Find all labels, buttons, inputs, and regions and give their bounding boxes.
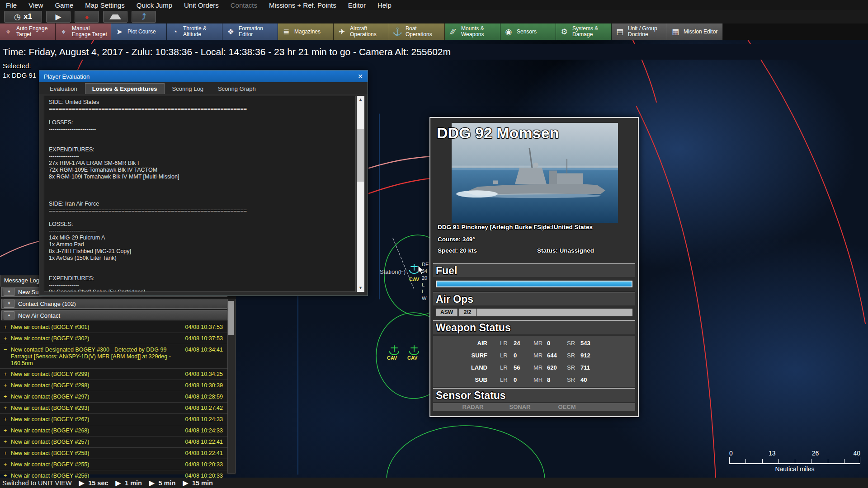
map-display-button[interactable]	[103, 11, 127, 23]
scroll-down-icon[interactable]: ▼	[357, 284, 364, 292]
toolbar-button[interactable]: ≣ Magazines	[278, 23, 334, 40]
menu-item[interactable]: Help	[372, 1, 397, 9]
menu-item[interactable]: Quick Jump	[131, 1, 178, 9]
expand-icon[interactable]: +	[4, 405, 7, 412]
toolbar-button[interactable]: ⌖ Manual Engage Target	[56, 23, 111, 40]
menu-item[interactable]: Contacts	[225, 1, 263, 9]
toolbar-button[interactable]: ⚓ Boat Operations	[389, 23, 445, 40]
toolbar-button[interactable]: ❖ Formation Editor	[222, 23, 278, 40]
content-line: ========================================…	[49, 207, 351, 214]
message-row[interactable]: + New air contact (BOGEY #268) 04/08 10:…	[0, 425, 227, 436]
message-row[interactable]: + New air contact (BOGEY #255) 04/08 10:…	[0, 459, 227, 470]
unit-side: Side: United States	[537, 224, 593, 230]
mr-value: 0	[547, 340, 567, 347]
message-row[interactable]: + New air contact (BOGEY #301) 04/08 10:…	[0, 322, 227, 333]
unit-course: Course: 349°	[438, 236, 475, 243]
scrollbar-thumb[interactable]	[228, 301, 234, 335]
menu-item[interactable]: Game	[49, 1, 79, 9]
dialog-tab[interactable]: Scoring Graph	[211, 84, 263, 94]
expand-icon[interactable]: +	[4, 371, 7, 378]
scroll-up-icon[interactable]: ▲	[357, 96, 364, 103]
toolbar-button-icon: ▦	[670, 29, 681, 35]
expand-icon[interactable]: +	[4, 335, 7, 342]
unit-label-cav[interactable]: CAV	[407, 355, 417, 361]
message-row[interactable]: + New air contact (BOGEY #257) 04/08 10:…	[0, 436, 227, 448]
message-row[interactable]: + New air contact (BOGEY #299) 04/08 10:…	[0, 369, 227, 380]
menu-item[interactable]: Missions + Ref. Points	[263, 1, 342, 9]
toolbar-button[interactable]: ▤ Unit / Group Doctrine	[612, 23, 667, 40]
airops-ready-chip: 2/2	[458, 309, 476, 316]
content-line	[49, 214, 351, 221]
message-row[interactable]: + New air contact (BOGEY #297) 04/08 10:…	[0, 391, 227, 403]
dialog-tab[interactable]: Scoring Log	[165, 84, 210, 94]
expand-icon[interactable]: +	[4, 439, 7, 446]
message-row[interactable]: + New air contact (BOGEY #298) 04/08 10:…	[0, 380, 227, 391]
dialog-scrollbar[interactable]: ▲ ▼	[357, 96, 364, 292]
dialog-tab[interactable]: Evaluation	[43, 84, 84, 94]
message-group-label: Contact Change (102)	[18, 300, 76, 307]
chevron-toggle-icon[interactable]: ▼	[4, 300, 14, 308]
message-timestamp: 04/08 10:37:53	[185, 324, 223, 331]
expand-icon[interactable]: +	[4, 324, 7, 331]
expand-icon[interactable]: +	[4, 394, 7, 400]
record-button[interactable]: ●	[75, 11, 99, 23]
play-button[interactable]: ▶	[46, 11, 71, 23]
toolbar-button[interactable]: ➤ Plot Course	[111, 23, 167, 40]
toolbar-button[interactable]: ◔ Throttle & Altitude	[167, 23, 222, 40]
dialog-title-bar[interactable]: Player Evaluation ✕	[39, 70, 368, 82]
dialog-tab[interactable]: Losses & Expenditures	[85, 83, 165, 94]
toolbar-button[interactable]: ∕∕∕ Mounts & Weapons	[445, 23, 500, 40]
message-group-row[interactable]: ▼ Contact Change (102)	[1, 299, 227, 309]
toolbar-button[interactable]: ▦ Mission Editor	[667, 23, 723, 40]
time-step-label: 15 min	[192, 479, 213, 487]
toolbar-button[interactable]: ◉ Sensors	[500, 23, 556, 40]
unit-label-cav[interactable]: CAV	[409, 277, 419, 282]
time-step-button[interactable]: ▶ 15 sec	[79, 479, 108, 487]
message-text: New air contact (BOGEY #302)	[11, 335, 89, 342]
chevron-toggle-icon[interactable]: ▲	[4, 311, 14, 319]
datablock-line: 20	[422, 275, 429, 282]
message-log-tab[interactable]: Message Log	[0, 275, 42, 286]
toolbar-button[interactable]: ✈ Aircraft Operations	[334, 23, 389, 40]
message-row[interactable]: + New air contact (BOGEY #258) 04/08 10:…	[0, 448, 227, 459]
time-step-button[interactable]: ▶ 1 min	[116, 479, 142, 487]
message-row[interactable]: + New air contact (BOGEY #267) 04/08 10:…	[0, 414, 227, 425]
menu-item[interactable]: View	[23, 1, 49, 9]
fuel-section-header: Fuel	[433, 263, 635, 277]
time-step-button[interactable]: ▶ 5 min	[149, 479, 175, 487]
message-row[interactable]: + New air contact (BOGEY #302) 04/08 10:…	[0, 333, 227, 344]
time-compression-button[interactable]: ◷ x1	[4, 11, 42, 23]
toolbar-button[interactable]: ⚙ Systems & Damage	[556, 23, 612, 40]
expand-icon[interactable]: +	[4, 461, 7, 468]
toolbar-button-icon: ◔	[169, 29, 181, 35]
content-line: 27x RIM-174A ERAM SM-6MR Blk I	[49, 160, 351, 167]
menu-item[interactable]: File	[0, 1, 23, 9]
lr-column-label: LR	[500, 352, 511, 359]
expand-icon[interactable]: −	[4, 347, 7, 353]
menu-item[interactable]: Unit Orders	[178, 1, 225, 9]
toolbar-button-icon: ⌖	[58, 29, 70, 35]
selected-value: 1x DDG 91	[3, 71, 36, 79]
menu-item[interactable]: Editor	[342, 1, 372, 9]
toolbar-button[interactable]: ⌖ Auto Engage Target	[0, 23, 56, 40]
expand-icon[interactable]: +	[4, 450, 7, 457]
jump-button[interactable]: ⤴	[132, 11, 156, 23]
scrollbar-thumb[interactable]	[357, 129, 364, 182]
expand-icon[interactable]: +	[4, 416, 7, 423]
fuel-fill	[437, 282, 632, 286]
message-group-row[interactable]: ▲ New Air Contact	[1, 310, 227, 320]
datablock-line: W	[422, 295, 429, 302]
time-step-button[interactable]: ▶ 15 min	[183, 479, 212, 487]
expand-icon[interactable]: +	[4, 382, 7, 389]
menu-item[interactable]: Map Settings	[79, 1, 131, 9]
toolbar-button-label: Mounts & Weapons	[461, 26, 498, 38]
unit-label-cav[interactable]: CAV	[387, 355, 397, 361]
chevron-toggle-icon[interactable]: ▼	[4, 288, 14, 296]
message-row[interactable]: + New air contact (BOGEY #293) 04/08 10:…	[0, 403, 227, 414]
message-scrollbar[interactable]	[227, 299, 236, 474]
unit-panel-title: DDG 92 Momsen	[437, 124, 559, 142]
close-icon[interactable]: ✕	[358, 73, 363, 80]
expand-icon[interactable]: +	[4, 427, 7, 434]
message-row[interactable]: − New contact! Designated BOGEY #300 - D…	[0, 344, 227, 369]
airops-bar: ASW 2/2	[436, 309, 632, 316]
